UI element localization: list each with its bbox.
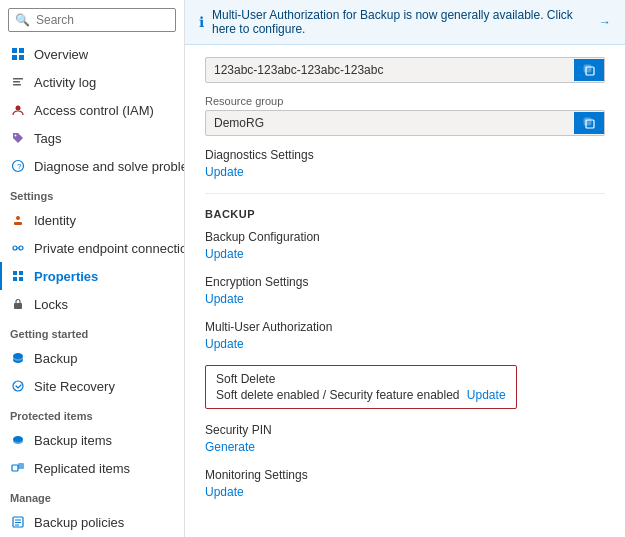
resource-group-copy-button[interactable] (574, 112, 604, 134)
svg-rect-20 (14, 303, 22, 309)
svg-rect-1 (19, 48, 24, 53)
identity-icon (10, 212, 26, 228)
sidebar-item-access-control[interactable]: Access control (IAM) (0, 96, 184, 124)
search-input[interactable] (36, 13, 185, 27)
svg-point-24 (13, 381, 23, 391)
svg-point-8 (15, 135, 17, 137)
replicated-items-icon (10, 460, 26, 476)
security-pin-generate-button[interactable]: Generate (205, 440, 255, 454)
svg-rect-2 (12, 55, 17, 60)
section-protected-items-header: Protected items (0, 400, 184, 426)
soft-delete-section: Soft Delete Soft delete enabled / Securi… (205, 365, 517, 409)
resource-group-value: DemoRG (206, 111, 574, 135)
tags-icon (10, 130, 26, 146)
subscription-id-copy-button[interactable] (574, 59, 604, 81)
svg-rect-18 (13, 277, 17, 281)
security-pin-title: Security PIN (205, 423, 605, 437)
banner-arrow[interactable]: → (599, 15, 611, 29)
sidebar-item-site-recovery[interactable]: Site Recovery (0, 372, 184, 400)
info-icon: ℹ (199, 14, 204, 30)
svg-point-11 (16, 216, 20, 220)
backup-section-title: BACKUP (205, 208, 605, 220)
section-manage-header: Manage (0, 482, 184, 508)
resource-group-field: Resource group DemoRG (205, 95, 605, 136)
svg-rect-39 (584, 118, 591, 125)
main-content: ℹ Multi-User Authorization for Backup is… (185, 0, 625, 537)
sidebar-item-identity-label: Identity (34, 213, 76, 228)
soft-delete-update-button[interactable]: Update (467, 388, 506, 402)
svg-point-14 (19, 246, 23, 250)
subscription-id-field: 123abc-123abc-123abc-123abc (205, 57, 605, 83)
svg-rect-0 (12, 48, 17, 53)
site-recovery-icon (10, 378, 26, 394)
properties-icon (10, 268, 26, 284)
monitoring-title: Monitoring Settings (205, 468, 605, 482)
activity-log-icon (10, 74, 26, 90)
sidebar-item-replicated-items[interactable]: Replicated items (0, 454, 184, 482)
sidebar-item-activity-log-label: Activity log (34, 75, 96, 90)
soft-delete-description: Soft delete enabled / Security feature e… (216, 388, 506, 402)
sidebar-item-private-endpoint-label: Private endpoint connections (34, 241, 185, 256)
svg-point-13 (13, 246, 17, 250)
sidebar-item-tags[interactable]: Tags (0, 124, 184, 152)
multi-user-title: Multi-User Authorization (205, 320, 605, 334)
diagnostics-section: Diagnostics Settings Update (205, 148, 605, 179)
section-divider-1 (205, 193, 605, 194)
sidebar-item-locks[interactable]: Locks (0, 290, 184, 318)
sidebar-item-identity[interactable]: Identity (0, 206, 184, 234)
backup-items-icon (10, 432, 26, 448)
search-box[interactable]: 🔍 « (8, 8, 176, 32)
diagnose-icon: ? (10, 158, 26, 174)
security-pin-section: Security PIN Generate (205, 423, 605, 454)
subscription-id-value: 123abc-123abc-123abc-123abc (206, 58, 574, 82)
private-endpoint-icon (10, 240, 26, 256)
backup-config-update-button[interactable]: Update (205, 247, 244, 261)
svg-rect-37 (584, 65, 591, 72)
section-settings-header: Settings (0, 180, 184, 206)
svg-point-7 (16, 106, 21, 111)
locks-icon (10, 296, 26, 312)
svg-rect-6 (13, 84, 21, 86)
sidebar-item-overview-label: Overview (34, 47, 88, 62)
sidebar-item-activity-log[interactable]: Activity log (0, 68, 184, 96)
sidebar-item-tags-label: Tags (34, 131, 61, 146)
sidebar-item-backup-policies[interactable]: Backup policies (0, 508, 184, 536)
sidebar-item-diagnose-label: Diagnose and solve problems (34, 159, 185, 174)
sidebar-item-overview[interactable]: Overview (0, 40, 184, 68)
backup-config-title: Backup Configuration (205, 230, 605, 244)
sidebar-item-backup[interactable]: Backup (0, 344, 184, 372)
svg-rect-12 (14, 222, 22, 225)
sidebar-item-diagnose[interactable]: ? Diagnose and solve problems (0, 152, 184, 180)
info-banner[interactable]: ℹ Multi-User Authorization for Backup is… (185, 0, 625, 45)
sidebar-item-properties-label: Properties (34, 269, 98, 284)
diagnostics-update-button[interactable]: Update (205, 165, 244, 179)
search-icon: 🔍 (15, 13, 30, 27)
sidebar-item-backup-policies-label: Backup policies (34, 515, 124, 530)
encryption-update-button[interactable]: Update (205, 292, 244, 306)
sidebar-item-access-control-label: Access control (IAM) (34, 103, 154, 118)
svg-rect-19 (19, 277, 23, 281)
diagnostics-title: Diagnostics Settings (205, 148, 605, 162)
sidebar-item-site-recovery-label: Site Recovery (34, 379, 115, 394)
svg-rect-16 (13, 271, 17, 275)
encryption-section: Encryption Settings Update (205, 275, 605, 306)
multi-user-section: Multi-User Authorization Update (205, 320, 605, 351)
sidebar-item-private-endpoint[interactable]: Private endpoint connections (0, 234, 184, 262)
access-control-icon (10, 102, 26, 118)
encryption-title: Encryption Settings (205, 275, 605, 289)
sidebar-item-properties[interactable]: Properties (0, 262, 184, 290)
backup-icon (10, 350, 26, 366)
svg-rect-17 (19, 271, 23, 275)
sidebar-item-backup-items[interactable]: Backup items (0, 426, 184, 454)
svg-rect-28 (18, 463, 24, 469)
backup-policies-icon (10, 514, 26, 530)
content-body: 123abc-123abc-123abc-123abc Resource gro… (185, 45, 625, 525)
sidebar-item-backup-label: Backup (34, 351, 77, 366)
svg-point-23 (13, 353, 23, 359)
monitoring-section: Monitoring Settings Update (205, 468, 605, 499)
svg-rect-4 (13, 78, 23, 80)
banner-text: Multi-User Authorization for Backup is n… (212, 8, 587, 36)
multi-user-update-button[interactable]: Update (205, 337, 244, 351)
monitoring-update-button[interactable]: Update (205, 485, 244, 499)
soft-delete-title: Soft Delete (216, 372, 506, 386)
